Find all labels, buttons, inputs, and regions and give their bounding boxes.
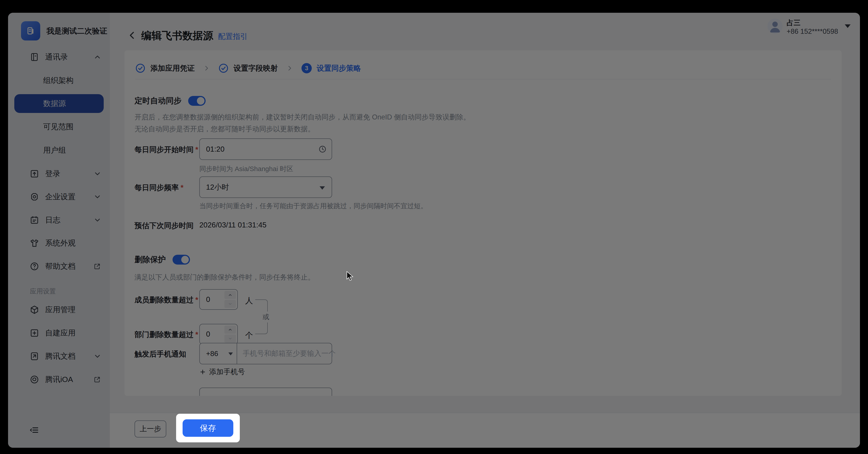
dim-overlay <box>0 0 868 454</box>
save-button-highlight: 保存 <box>176 414 240 443</box>
mouse-cursor <box>346 271 355 282</box>
save-button[interactable]: 保存 <box>183 419 233 437</box>
